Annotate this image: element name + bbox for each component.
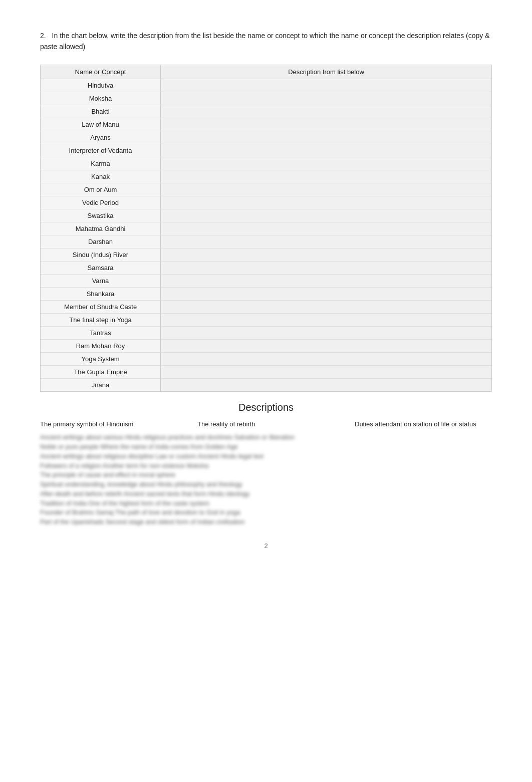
cell-desc[interactable] (161, 183, 491, 196)
table-row: Mahatma Gandhi (41, 222, 491, 235)
descriptions-visible-row: The primary symbol of Hinduism The reali… (40, 419, 492, 429)
cell-name: Kanak (41, 170, 161, 183)
cell-desc[interactable] (161, 301, 491, 313)
cell-name: Samsara (41, 262, 161, 274)
header-col-desc: Description from list below (161, 65, 491, 79)
table-row: The final step in Yoga (41, 314, 491, 327)
table-row: Jnana (41, 379, 491, 391)
cell-name: Law of Manu (41, 118, 161, 131)
cell-name: Sindu (Indus) River (41, 248, 161, 261)
cell-name: Varna (41, 275, 161, 287)
cell-name: Shankara (41, 288, 161, 300)
descriptions-section: Descriptions The primary symbol of Hindu… (40, 402, 492, 527)
table-row: Bhakti (41, 105, 491, 118)
cell-name: Interpreter of Vedanta (41, 144, 161, 157)
cell-desc[interactable] (161, 314, 491, 326)
list-item: Ancient writings about various Hindu rel… (40, 433, 492, 442)
cell-desc[interactable] (161, 366, 491, 378)
table-row: Law of Manu (41, 118, 491, 131)
desc-item-1: The primary symbol of Hinduism (40, 419, 177, 429)
header-col-name: Name or Concept (41, 65, 161, 79)
cell-name: Karma (41, 157, 161, 170)
cell-name: Om or Aum (41, 183, 161, 196)
cell-desc[interactable] (161, 275, 491, 287)
cell-name: The final step in Yoga (41, 314, 161, 326)
cell-desc[interactable] (161, 118, 491, 131)
cell-name: Jnana (41, 379, 161, 391)
list-item: Ancient writings about religious discipl… (40, 452, 492, 461)
cell-desc[interactable] (161, 170, 491, 183)
cell-name: Darshan (41, 235, 161, 248)
cell-desc[interactable] (161, 248, 491, 261)
table-row: Darshan (41, 235, 491, 248)
cell-desc[interactable] (161, 209, 491, 222)
cell-desc[interactable] (161, 92, 491, 105)
descriptions-blurred: Ancient writings about various Hindu rel… (40, 433, 492, 527)
table-row: Swastika (41, 209, 491, 222)
question-number: 2. (40, 32, 46, 40)
table-row: Hindutva (41, 79, 491, 92)
table-row: Yoga System (41, 353, 491, 366)
list-item: After-death and before rebirth Ancient s… (40, 489, 492, 499)
cell-name: Hindutva (41, 79, 161, 92)
chart-table: Name or Concept Description from list be… (40, 65, 492, 392)
cell-name: Moksha (41, 92, 161, 105)
chart-rows: Hindutva Moksha Bhakti Law of Manu Aryan… (41, 79, 491, 391)
desc-item-2: The reality of rebirth (197, 419, 335, 429)
list-item: Founder of Brahmo Samaj The path of love… (40, 508, 492, 517)
cell-desc[interactable] (161, 353, 491, 365)
table-row: Samsara (41, 262, 491, 275)
cell-desc[interactable] (161, 144, 491, 157)
descriptions-title: Descriptions (40, 402, 492, 413)
cell-desc[interactable] (161, 379, 491, 391)
list-item: Spiritual understanding, knowledge about… (40, 480, 492, 489)
list-item: Tradition of India One of the highest fo… (40, 499, 492, 508)
table-row: Ram Mohan Roy (41, 340, 491, 353)
list-item: Followers of a religion Another term for… (40, 461, 492, 471)
cell-name: Swastika (41, 209, 161, 222)
cell-name: Mahatma Gandhi (41, 222, 161, 235)
table-row: The Gupta Empire (41, 366, 491, 379)
cell-name: Vedic Period (41, 196, 161, 209)
cell-name: Member of Shudra Caste (41, 301, 161, 313)
cell-desc[interactable] (161, 196, 491, 209)
cell-name: Ram Mohan Roy (41, 340, 161, 352)
cell-desc[interactable] (161, 157, 491, 170)
cell-name: Tantras (41, 327, 161, 339)
page-number: 2 (40, 542, 492, 550)
table-row: Karma (41, 157, 491, 170)
desc-item-3: Duties attendant on station of life or s… (355, 419, 492, 429)
cell-desc[interactable] (161, 262, 491, 274)
table-row: Varna (41, 275, 491, 288)
table-row: Sindu (Indus) River (41, 248, 491, 262)
table-row: Shankara (41, 288, 491, 301)
cell-desc[interactable] (161, 105, 491, 118)
cell-desc[interactable] (161, 235, 491, 248)
table-row: Kanak (41, 170, 491, 183)
cell-name: The Gupta Empire (41, 366, 161, 378)
cell-desc[interactable] (161, 222, 491, 235)
cell-desc[interactable] (161, 340, 491, 352)
cell-name: Yoga System (41, 353, 161, 365)
chart-header: Name or Concept Description from list be… (41, 65, 491, 79)
table-row: Member of Shudra Caste (41, 301, 491, 314)
question-block: 2. In the chart below, write the descrip… (40, 30, 492, 53)
table-row: Moksha (41, 92, 491, 105)
table-row: Tantras (41, 327, 491, 340)
question-text: In the chart below, write the descriptio… (40, 32, 489, 51)
cell-desc[interactable] (161, 288, 491, 300)
cell-name: Aryans (41, 131, 161, 144)
list-item: Noble or pure people Where the name of I… (40, 442, 492, 452)
table-row: Vedic Period (41, 196, 491, 209)
cell-desc[interactable] (161, 131, 491, 144)
cell-name: Bhakti (41, 105, 161, 118)
table-row: Interpreter of Vedanta (41, 144, 491, 157)
list-item: Part of the Upanishads Second stage and … (40, 517, 492, 527)
table-row: Om or Aum (41, 183, 491, 196)
cell-desc[interactable] (161, 327, 491, 339)
list-item: The principle of cause and effect in mor… (40, 470, 492, 480)
table-row: Aryans (41, 131, 491, 144)
cell-desc[interactable] (161, 79, 491, 92)
